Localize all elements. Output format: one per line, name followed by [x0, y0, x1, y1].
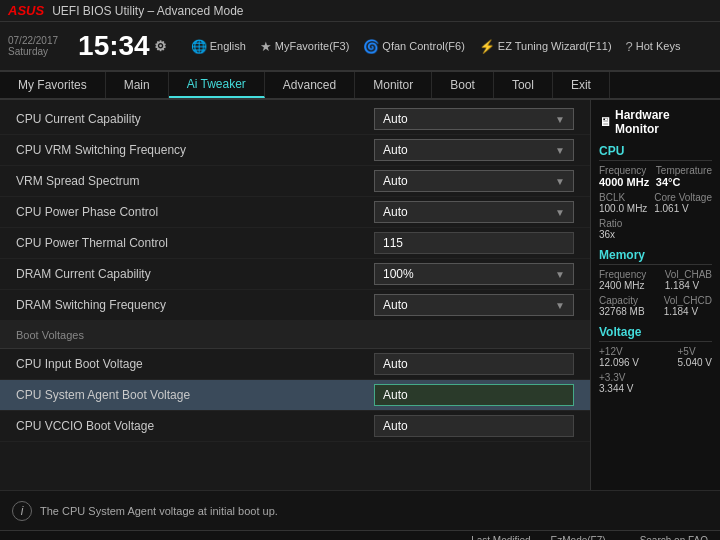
hw-value-vol-chcd: 1.184 V — [664, 306, 712, 317]
chevron-down-icon: ▼ — [555, 145, 565, 156]
gear-icon[interactable]: ⚙ — [154, 39, 167, 53]
hw-value-12v: 12.096 V — [599, 357, 639, 368]
tab-main[interactable]: Main — [106, 72, 169, 98]
setting-cpu-vccio: CPU VCCIO Boot Voltage — [0, 411, 590, 442]
hw-cpu-freq-row: Frequency 4000 MHz Temperature 34°C — [599, 165, 712, 188]
hw-volt-12v-row: +12V 12.096 V +5V 5.040 V — [599, 346, 712, 368]
input-cpu-vccio[interactable] — [374, 415, 574, 437]
hw-value-5v: 5.040 V — [678, 357, 712, 368]
header-bar: 07/22/2017 Saturday 15:34 ⚙ 🌐 English ★ … — [0, 22, 720, 72]
search-faq-link[interactable]: Search on FAQ — [640, 535, 708, 540]
hw-section-voltage: Voltage — [599, 325, 712, 342]
ez-mode-label: EzMode(F7) — [551, 535, 606, 540]
globe-icon: 🌐 — [191, 39, 207, 54]
setting-label: CPU Current Capability — [16, 112, 374, 126]
hw-label-bclk: BCLK — [599, 192, 647, 203]
chevron-down-icon: ▼ — [555, 269, 565, 280]
setting-cpu-input-boot: CPU Input Boot Voltage — [0, 349, 590, 380]
setting-label: CPU Power Phase Control — [16, 205, 374, 219]
select-vrm-spread[interactable]: Auto▼ — [374, 170, 574, 192]
chevron-down-icon: ▼ — [555, 176, 565, 187]
hw-label-freq: Frequency — [599, 165, 649, 176]
myfavorite-label: MyFavorite(F3) — [275, 40, 350, 52]
hw-label-temp: Temperature — [656, 165, 712, 176]
hw-mem-cap-row: Capacity 32768 MB Vol_CHCD 1.184 V — [599, 295, 712, 317]
setting-label: VRM Spread Spectrum — [16, 174, 374, 188]
hw-value-capacity: 32768 MB — [599, 306, 645, 317]
select-cpu-power-phase[interactable]: Auto▼ — [374, 201, 574, 223]
hw-cpu-bclk-row: BCLK 100.0 MHz Core Voltage 1.061 V — [599, 192, 712, 214]
select-cpu-vrm-freq[interactable]: Auto▼ — [374, 139, 574, 161]
hw-value-corevolt: 1.061 V — [654, 203, 712, 214]
header-link-myfavorite[interactable]: ★ MyFavorite(F3) — [260, 39, 350, 54]
chevron-down-icon: ▼ — [555, 114, 565, 125]
tab-monitor[interactable]: Monitor — [355, 72, 432, 98]
hw-cpu-ratio-row: Ratio 36x — [599, 218, 712, 240]
hw-value-temp: 34°C — [656, 176, 712, 188]
tab-my-favorites[interactable]: My Favorites — [0, 72, 106, 98]
setting-cpu-power-phase: CPU Power Phase Control Auto▼ — [0, 197, 590, 228]
hw-value-bclk: 100.0 MHz — [599, 203, 647, 214]
hw-volt-33v-row: +3.3V 3.344 V — [599, 372, 712, 394]
ez-mode-link[interactable]: EzMode(F7) → — [551, 535, 620, 540]
hw-mem-freq-row: Frequency 2400 MHz Vol_CHAB 1.184 V — [599, 269, 712, 291]
hw-label-vol-chab: Vol_CHAB — [665, 269, 712, 280]
info-bar: i The CPU System Agent voltage at initia… — [0, 490, 720, 530]
setting-label: CPU Input Boot Voltage — [16, 357, 374, 371]
tab-ai-tweaker[interactable]: Ai Tweaker — [169, 72, 265, 98]
setting-label: DRAM Current Capability — [16, 267, 374, 281]
select-dram-current[interactable]: 100%▼ — [374, 263, 574, 285]
tab-exit[interactable]: Exit — [553, 72, 610, 98]
settings-panel: CPU Current Capability Auto▼ CPU VRM Swi… — [0, 100, 590, 490]
setting-dram-current: DRAM Current Capability 100%▼ — [0, 259, 590, 290]
header-link-eztuning[interactable]: ⚡ EZ Tuning Wizard(F11) — [479, 39, 612, 54]
tab-tool[interactable]: Tool — [494, 72, 553, 98]
top-bar: ASUS UEFI BIOS Utility – Advanced Mode — [0, 0, 720, 22]
header-link-qfan[interactable]: 🌀 Qfan Control(F6) — [363, 39, 465, 54]
eztuning-label: EZ Tuning Wizard(F11) — [498, 40, 612, 52]
setting-cpu-vrm-freq: CPU VRM Switching Frequency Auto▼ — [0, 135, 590, 166]
header-link-hotkeys[interactable]: ? Hot Keys — [626, 39, 681, 54]
tab-advanced[interactable]: Advanced — [265, 72, 355, 98]
asus-logo: ASUS — [8, 3, 44, 18]
time-display: 15:34 ⚙ — [78, 32, 167, 60]
input-cpu-system-agent[interactable] — [374, 384, 574, 406]
hw-label-12v: +12V — [599, 346, 639, 357]
hotkeys-label: Hot Keys — [636, 40, 681, 52]
header-link-language[interactable]: 🌐 English — [191, 39, 246, 54]
select-dram-switching[interactable]: Auto▼ — [374, 294, 574, 316]
bottom-bar: Last Modified EzMode(F7) → Search on FAQ — [0, 530, 720, 540]
hw-label-vol-chcd: Vol_CHCD — [664, 295, 712, 306]
monitor-icon: 🖥 — [599, 115, 611, 129]
favorite-icon: ★ — [260, 39, 272, 54]
hw-section-memory: Memory — [599, 248, 712, 265]
section-boot-voltages: Boot Voltages — [0, 321, 590, 349]
setting-label: CPU VCCIO Boot Voltage — [16, 419, 374, 433]
hardware-monitor-panel: 🖥 Hardware Monitor CPU Frequency 4000 MH… — [590, 100, 720, 490]
hw-section-cpu: CPU — [599, 144, 712, 161]
help-icon: ? — [626, 39, 633, 54]
ez-icon: ⚡ — [479, 39, 495, 54]
setting-vrm-spread: VRM Spread Spectrum Auto▼ — [0, 166, 590, 197]
nav-bar: My Favorites Main Ai Tweaker Advanced Mo… — [0, 72, 720, 100]
hw-monitor-title: 🖥 Hardware Monitor — [599, 108, 712, 136]
header-links: 🌐 English ★ MyFavorite(F3) 🌀 Qfan Contro… — [191, 39, 712, 54]
setting-dram-switching: DRAM Switching Frequency Auto▼ — [0, 290, 590, 321]
bios-title: UEFI BIOS Utility – Advanced Mode — [52, 4, 243, 18]
input-cpu-power-thermal[interactable] — [374, 232, 574, 254]
info-text: The CPU System Agent voltage at initial … — [40, 505, 278, 517]
hw-label-5v: +5V — [678, 346, 712, 357]
input-cpu-input-boot[interactable] — [374, 353, 574, 375]
hw-value-freq: 4000 MHz — [599, 176, 649, 188]
setting-cpu-power-thermal: CPU Power Thermal Control — [0, 228, 590, 259]
day-display: Saturday — [8, 46, 58, 57]
setting-label: DRAM Switching Frequency — [16, 298, 374, 312]
info-icon: i — [12, 501, 32, 521]
select-cpu-current-capability[interactable]: Auto▼ — [374, 108, 574, 130]
tab-boot[interactable]: Boot — [432, 72, 494, 98]
setting-label: CPU System Agent Boot Voltage — [16, 388, 374, 402]
last-modified-link[interactable]: Last Modified — [471, 535, 530, 540]
language-label: English — [210, 40, 246, 52]
setting-label: CPU VRM Switching Frequency — [16, 143, 374, 157]
hw-value-33v: 3.344 V — [599, 383, 633, 394]
